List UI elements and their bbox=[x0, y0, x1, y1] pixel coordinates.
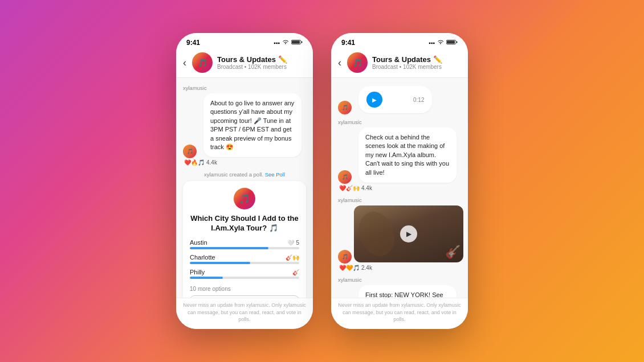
poll-bar-track-philly bbox=[190, 277, 299, 279]
svg-rect-2 bbox=[301, 42, 303, 43]
msg-avatar-r2: 🎵 bbox=[338, 170, 352, 184]
status-icons-left: ▪▪▪ bbox=[274, 39, 303, 46]
back-button-right[interactable]: ‹ bbox=[338, 57, 341, 69]
message-bubble-r4: First stop: NEW YORK! See you in the big… bbox=[358, 285, 456, 298]
audio-duration: 0:12 bbox=[413, 97, 424, 103]
poll-option-charlotte[interactable]: Charlotte 🎸🙌 bbox=[190, 254, 299, 264]
poll-voters-austin: 🤍 bbox=[287, 240, 294, 246]
poll-label-austin: Austin bbox=[190, 239, 207, 246]
chat-content-right: 🎵 ▶ bbox=[331, 78, 468, 298]
battery-icon-r bbox=[446, 39, 458, 46]
wifi-icon bbox=[282, 39, 289, 46]
poll-voters-philly: 🎸 bbox=[292, 269, 299, 275]
poll-bar-fill-austin bbox=[190, 247, 268, 249]
video-row: 🎵 ▶ 🎸 bbox=[331, 204, 468, 264]
channel-sub-right: Broadcast • 102K members bbox=[372, 64, 461, 70]
phone-left: 9:41 ▪▪▪ ‹ 🎵 Tours & Updates ✏️ Broadcas… bbox=[176, 33, 313, 329]
poll-option-row-philly: Philly 🎸 bbox=[190, 269, 299, 275]
chat-footer-right: Never miss an update from xylamusic. Onl… bbox=[331, 298, 468, 329]
svg-rect-4 bbox=[447, 41, 455, 44]
svg-rect-1 bbox=[292, 41, 300, 44]
channel-info-left: Tours & Updates ✏️ Broadcast • 102K memb… bbox=[217, 55, 306, 70]
chat-footer-left: Never miss an update from xylamusic. Onl… bbox=[176, 298, 313, 329]
reaction-row-1: ❤️🔥🎵 4.4k bbox=[184, 159, 305, 166]
status-bar-left: 9:41 ▪▪▪ bbox=[176, 33, 313, 49]
audio-bubble[interactable]: ▶ bbox=[358, 86, 432, 113]
reaction-emoji-r2: ❤️🎸🙌 bbox=[339, 185, 360, 191]
svg-rect-5 bbox=[456, 42, 458, 43]
message-row-r2: 🎵 Check out a behind the scenes look at … bbox=[331, 126, 468, 184]
poll-option-row-austin: Austin 🤍 5 bbox=[190, 239, 299, 246]
poll-note: xylamusic created a poll. See Poll bbox=[176, 169, 313, 179]
channel-sub-left: Broadcast • 102K members bbox=[217, 64, 306, 70]
poll-meta-austin: 🤍 5 bbox=[287, 240, 299, 246]
sender-label-1: xylamusic bbox=[176, 83, 313, 92]
time-left: 9:41 bbox=[186, 39, 200, 47]
video-thumbnail[interactable]: ▶ 🎸 bbox=[354, 205, 463, 262]
play-button[interactable]: ▶ bbox=[366, 92, 382, 108]
chat-content-left: xylamusic 🎵 About to go live to answer a… bbox=[176, 78, 313, 298]
chat-header-left: ‹ 🎵 Tours & Updates ✏️ Broadcast • 102K … bbox=[176, 49, 313, 78]
reaction-emoji-1: ❤️🔥🎵 bbox=[184, 159, 205, 166]
signal-icon-r: ▪▪▪ bbox=[429, 40, 435, 46]
channel-avatar-right: 🎵 bbox=[347, 52, 368, 73]
battery-icon bbox=[291, 39, 303, 46]
poll-bar-fill-philly bbox=[190, 277, 223, 279]
sender-label-r2: xylamusic bbox=[331, 117, 468, 126]
reaction-row-r2: ❤️🎸🙌 4.4k bbox=[339, 185, 460, 191]
reaction-count-r2: 4.4k bbox=[361, 185, 372, 191]
message-row-1: 🎵 About to go live to answer any questio… bbox=[176, 92, 313, 158]
sender-label-r3: xylamusic bbox=[331, 195, 468, 204]
phone-right: 9:41 ▪▪▪ ‹ 🎵 Tours & Updates ✏️ Broadcas… bbox=[331, 33, 468, 329]
reaction-count-r3: 2.4k bbox=[361, 265, 372, 271]
poll-avatar-row: 🎵 bbox=[190, 188, 299, 209]
status-bar-right: 9:41 ▪▪▪ bbox=[331, 33, 468, 49]
poll-voters-charlotte: 🎸🙌 bbox=[286, 254, 299, 261]
poll-bar-fill-charlotte bbox=[190, 262, 250, 264]
poll-label-philly: Philly bbox=[190, 269, 205, 275]
video-play-overlay[interactable]: ▶ bbox=[400, 225, 417, 242]
time-right: 9:41 bbox=[341, 39, 355, 47]
reaction-emoji-r3: ❤️🧡🎵 bbox=[339, 265, 360, 271]
video-avatar: 🎵 bbox=[338, 250, 352, 264]
wifi-icon-r bbox=[437, 39, 444, 46]
poll-title: Which City Should I Add to the I.Am.Xyla… bbox=[190, 214, 299, 233]
poll-card: 🎵 Which City Should I Add to the I.Am.Xy… bbox=[183, 181, 306, 298]
channel-title-right: Tours & Updates ✏️ bbox=[372, 55, 461, 64]
channel-avatar-left: 🎵 bbox=[192, 52, 213, 73]
poll-option-austin[interactable]: Austin 🤍 5 bbox=[190, 239, 299, 249]
status-icons-right: ▪▪▪ bbox=[429, 39, 458, 46]
channel-title-left: Tours & Updates ✏️ bbox=[217, 55, 306, 64]
audio-waveform bbox=[387, 93, 409, 106]
reaction-count-1: 4.4k bbox=[206, 159, 217, 166]
poll-option-row-charlotte: Charlotte 🎸🙌 bbox=[190, 254, 299, 261]
poll-label-charlotte: Charlotte bbox=[190, 254, 215, 261]
chat-header-right: ‹ 🎵 Tours & Updates ✏️ Broadcast • 102K … bbox=[331, 49, 468, 78]
poll-avatar: 🎵 bbox=[234, 188, 255, 209]
message-bubble-r2: Check out a behind the scenes look at th… bbox=[358, 127, 456, 183]
back-button-left[interactable]: ‹ bbox=[183, 57, 186, 69]
poll-bar-track-charlotte bbox=[190, 262, 299, 264]
poll-meta-philly: 🎸 bbox=[292, 269, 299, 275]
poll-bar-track-austin bbox=[190, 247, 299, 249]
more-options-label: 10 more options bbox=[190, 283, 299, 295]
see-poll-link[interactable]: See Poll bbox=[265, 171, 285, 178]
channel-info-right: Tours & Updates ✏️ Broadcast • 102K memb… bbox=[372, 55, 461, 70]
audio-message-row: 🎵 ▶ bbox=[331, 83, 468, 117]
message-row-r4: 🎵 First stop: NEW YORK! See you in the b… bbox=[331, 284, 468, 298]
message-bubble-1: About to go live to answer any questions… bbox=[203, 93, 301, 157]
poll-count-austin: 5 bbox=[296, 240, 299, 246]
sender-label-r4: xylamusic bbox=[331, 274, 468, 284]
msg-avatar-1: 🎵 bbox=[183, 145, 197, 158]
poll-meta-charlotte: 🎸🙌 bbox=[286, 254, 299, 261]
poll-option-philly[interactable]: Philly 🎸 bbox=[190, 269, 299, 279]
audio-avatar: 🎵 bbox=[338, 101, 352, 114]
signal-icon: ▪▪▪ bbox=[274, 40, 280, 46]
reaction-row-r3: ❤️🧡🎵 2.4k bbox=[339, 265, 460, 271]
